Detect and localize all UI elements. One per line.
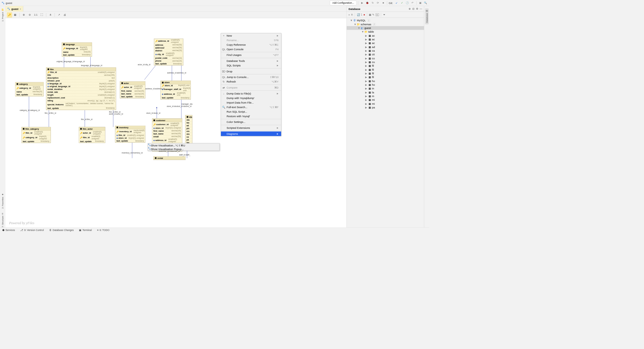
print-icon[interactable]: 🖨 xyxy=(62,12,68,18)
services-tab[interactable]: ⬢Services xyxy=(2,229,15,232)
entity-inventory[interactable]: ▦inventory 🔑inventory_idmediumint(8) uns… xyxy=(115,126,145,143)
collapse-icon[interactable]: ⊟ xyxy=(412,7,414,10)
db-changes-tab[interactable]: 🛢Database Changes xyxy=(49,229,74,232)
terminal-tab[interactable]: ▣Terminal xyxy=(79,229,92,232)
git-rollback-icon[interactable]: ↶ xyxy=(410,1,415,5)
zoom-out-icon[interactable]: ⊖ xyxy=(27,12,32,18)
entity-language[interactable]: ▦language 🔑language_idtinyint(3) unsigne… xyxy=(62,42,92,56)
submenu-item-show-visualisation-popup-[interactable]: Show Visualisation Popup... xyxy=(148,147,219,151)
scroll-icon[interactable]: ⊕ xyxy=(409,7,411,10)
stop-icon[interactable]: ■ xyxy=(363,13,365,16)
git-history-icon[interactable]: 🕓 xyxy=(405,1,409,5)
menu-item-drop[interactable]: ⌦Drop xyxy=(221,69,281,73)
entity-staff[interactable]: ▦sta stalasadpicemstouspalas xyxy=(185,115,192,144)
menu-item-find-usages[interactable]: Find Usages⌥F7 xyxy=(221,53,281,57)
ide-scripting-icon[interactable]: ▣ xyxy=(418,1,423,5)
export-icon[interactable]: ↗ xyxy=(56,12,62,18)
tree-table-item[interactable]: ▶▦fil xyxy=(347,64,424,68)
version-control-tab[interactable]: ⎇9: Version Control xyxy=(20,229,44,232)
zoom-in-icon[interactable]: ⊕ xyxy=(21,12,26,18)
new-datasource-icon[interactable]: ＋ xyxy=(348,13,350,16)
hide-icon[interactable]: — xyxy=(420,7,422,10)
menu-item-import-data-from-file-[interactable]: Import Data from File... xyxy=(221,100,281,105)
entity-actor[interactable]: ▦actor 🔑actor_idsmallint(5) unsigned fir… xyxy=(120,81,145,98)
tree-schema-guest[interactable]: ▼◧guest xyxy=(347,26,424,30)
menu-item-open-console[interactable]: QLOpen ConsoleF4 xyxy=(221,47,281,51)
entity-film-actor[interactable]: ▦film_actor 🔑actor_idsmallint(5) unsigne… xyxy=(79,127,105,143)
menu-item-database-tools[interactable]: Database Tools▶ xyxy=(221,59,281,63)
entity-film[interactable]: ▦film 🔑film_idsmallint(5) unsignedtitlev… xyxy=(46,67,116,110)
database-tool-tab[interactable]: Database🛢 xyxy=(425,8,428,24)
menu-item-full-text-search-[interactable]: 🔍Full-text Search...⌥⇧⌘F xyxy=(221,105,281,109)
run-icon[interactable]: ▶ xyxy=(360,1,364,5)
tree-table-item[interactable]: ▶▦m xyxy=(347,94,424,98)
close-tab-icon[interactable]: × xyxy=(20,7,21,10)
menu-item-run-sql-script-[interactable]: Run SQL Script... xyxy=(221,109,281,114)
refresh-icon[interactable]: 🔄 xyxy=(357,13,360,16)
menu-item-dump-data-to-file-s-[interactable]: ↓Dump Data to File(s)▶ xyxy=(221,91,281,96)
search-everywhere-icon[interactable]: 🔍 xyxy=(423,1,428,5)
table-view-icon[interactable]: ▦ xyxy=(369,13,371,16)
tree-table-item[interactable]: ▶▦pa xyxy=(347,106,424,109)
tree-schemas[interactable]: ▼📁schemas2 xyxy=(347,22,424,26)
tree-table-item[interactable]: ▶▦ho xyxy=(347,83,424,87)
tree-table-item[interactable]: ▶▦ad xyxy=(347,45,424,49)
zoom-actual-icon[interactable]: 1:1 xyxy=(33,12,39,18)
tree-table-item[interactable]: ▶▦mi xyxy=(347,98,424,102)
tree-tables-folder[interactable]: ▼📁table xyxy=(347,30,424,33)
tree-table-item[interactable]: ▶▦ca xyxy=(347,49,424,52)
tree-table-item[interactable]: ▶▦ac xyxy=(347,34,424,37)
entity-category[interactable]: ▦category 🔑category_idtinyint(3) unsigne… xyxy=(15,82,43,96)
profile-icon[interactable]: ⟳ xyxy=(376,1,380,5)
menu-item-color-settings-[interactable]: Color Settings... xyxy=(221,120,281,124)
menu-item-scripted-extensions[interactable]: Scripted Extensions▶ xyxy=(221,126,281,130)
tree-table-item[interactable]: ▶▦cu xyxy=(347,60,424,64)
git-commit-icon[interactable]: ✓ xyxy=(400,1,404,5)
todo-tab[interactable]: ≡6: TODO xyxy=(97,229,109,232)
duplicate-icon[interactable]: ⎘ xyxy=(351,13,353,16)
tree-table-item[interactable]: ▶▦la xyxy=(347,91,424,94)
tree-table-item[interactable]: ▶▦ac xyxy=(347,37,424,41)
tree-table-item[interactable]: ▶▦fil xyxy=(347,75,424,79)
fit-content-icon[interactable]: ⛶ xyxy=(39,12,45,18)
diagram-canvas[interactable]: ▦language 🔑language_idtinyint(3) unsigne… xyxy=(5,18,346,227)
all-columns-icon[interactable]: ▦ xyxy=(12,12,18,18)
tree-table-item[interactable]: ▶▦in xyxy=(347,87,424,90)
key-columns-icon[interactable]: 🔑 xyxy=(7,12,12,18)
favorites-tool-tab[interactable]: 2: Favorites★ xyxy=(1,194,4,209)
menu-item-dump-with-mysqldump-[interactable]: Dump with 'mysqldump' xyxy=(221,96,281,100)
console-icon[interactable]: QL xyxy=(376,13,379,16)
entity-store[interactable]: ▦store 🔑store_idtinyint(3) unsi ◆manager… xyxy=(160,81,191,100)
menu-item-restore-with-mysql-[interactable]: Restore with 'mysql' xyxy=(221,114,281,118)
add-configuration-button[interactable]: Add Configuration... xyxy=(330,1,357,5)
tree-table-item[interactable]: ▶▦ho xyxy=(347,79,424,83)
coverage-icon[interactable]: ↻ xyxy=(370,1,375,5)
submenu-item-show-visualisation-[interactable]: Show Visualisation...⌥⇧⌘U xyxy=(148,143,219,147)
gear-icon[interactable]: ⚙ xyxy=(416,7,418,10)
menu-item-new[interactable]: +New▶ xyxy=(221,33,281,38)
menu-item-jump-to-console-[interactable]: QLJump to Console...⇧⌘F10 xyxy=(221,75,281,79)
structure-tool-tab[interactable]: 7: Structure⠿ xyxy=(1,213,4,227)
debug-icon[interactable]: 🐞 xyxy=(365,1,370,5)
tree-datasource[interactable]: ▼🛢MySQL2 xyxy=(347,18,424,22)
tree-table-item[interactable]: ▶▦cit xyxy=(347,52,424,56)
menu-item-sql-scripts[interactable]: SQL Scripts▶ xyxy=(221,63,281,68)
editor-tab-guest[interactable]: guest × xyxy=(5,6,23,11)
entity-rental[interactable]: ▦rental xyxy=(153,156,185,160)
menu-item-refresh[interactable]: ↻Refresh⌥⌘Y xyxy=(221,79,281,84)
edit-icon[interactable]: ✎ xyxy=(372,13,374,16)
tree-table-item[interactable]: ▶▦co xyxy=(347,56,424,60)
menu-item-diagrams[interactable]: Diagrams▶ xyxy=(221,131,281,136)
filter-icon[interactable]: ⏷ xyxy=(383,13,386,16)
tree-table-item[interactable]: ▶▦ac xyxy=(347,41,424,45)
git-update-icon[interactable]: ↙ xyxy=(394,1,399,5)
entity-address[interactable]: 🔑address_idsmallint(5) unsignedaddressva… xyxy=(154,39,183,66)
menu-item-copy-reference[interactable]: Copy Reference⌥⇧⌘C xyxy=(221,42,281,47)
tree-table-item[interactable]: ▶▦fil xyxy=(347,72,424,75)
entity-film-category[interactable]: ▦film_category 🔑film_idsmallint(5) unsig… xyxy=(21,127,51,143)
tree-table-item[interactable]: ▶▦fil xyxy=(347,68,424,72)
project-tool-tab[interactable]: 1: Project📁 xyxy=(1,8,4,21)
sync-icon[interactable]: ⤵ xyxy=(361,13,362,16)
stop-icon[interactable]: ■ xyxy=(381,1,386,5)
tree-table-item[interactable]: ▶▦mi xyxy=(347,102,424,106)
